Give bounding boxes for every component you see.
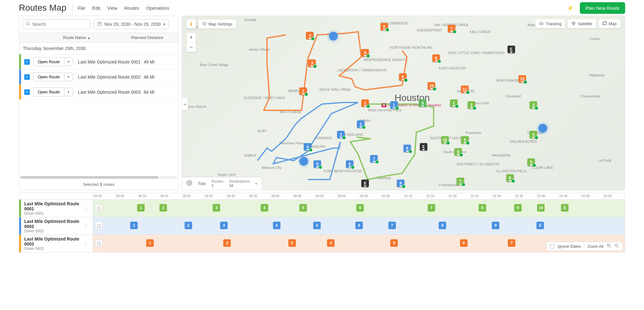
map-stop-marker[interactable]: 2 bbox=[299, 87, 307, 95]
zoom-out-button[interactable]: − bbox=[186, 42, 196, 52]
open-route-button[interactable]: Open Route bbox=[33, 72, 64, 81]
satellite-button[interactable]: Satellite bbox=[568, 19, 596, 28]
map-stop-marker[interactable]: E bbox=[361, 180, 369, 187]
map-stop-marker[interactable]: 3 bbox=[308, 59, 316, 67]
route-row[interactable]: ✓ Open Route ▾ Last Mile Optimized Route… bbox=[19, 54, 178, 69]
map-stop-marker[interactable]: 3 bbox=[337, 131, 345, 138]
home-icon[interactable] bbox=[95, 222, 103, 229]
menu-routes[interactable]: Routes bbox=[124, 5, 139, 11]
open-route-dropdown[interactable]: ▾ bbox=[64, 73, 73, 81]
map-stop-marker[interactable]: 7 bbox=[370, 155, 378, 163]
map-stop-marker[interactable]: 12 bbox=[519, 75, 526, 83]
open-route-dropdown[interactable]: ▾ bbox=[64, 58, 73, 66]
timeline-stop[interactable]: 6 bbox=[460, 239, 468, 247]
route-checkbox[interactable]: ✓ bbox=[24, 59, 30, 65]
timeline-stop[interactable]: 1 bbox=[130, 222, 138, 229]
open-route-dropdown[interactable]: ▾ bbox=[64, 88, 73, 96]
map-stop-marker[interactable]: 5 bbox=[361, 49, 369, 57]
timeline-stop[interactable]: 3 bbox=[220, 222, 228, 229]
timeline-stop[interactable]: 6 bbox=[355, 222, 363, 229]
timeline-stop[interactable]: 9 bbox=[492, 222, 499, 229]
map-view-button[interactable]: Map bbox=[599, 19, 620, 28]
timeline-track[interactable]: 12345678910E bbox=[93, 200, 625, 217]
timeline-stop[interactable]: 5 bbox=[313, 222, 321, 229]
timeline-stop[interactable]: 7 bbox=[388, 222, 396, 229]
ignore-dates-checkbox[interactable] bbox=[550, 244, 554, 248]
timeline-track[interactable]: 1234567 bbox=[93, 235, 625, 252]
map-stop-marker[interactable]: 10 bbox=[428, 82, 435, 90]
timeline-stop[interactable]: 1 bbox=[146, 239, 154, 247]
map-settings-button[interactable]: Map Settings bbox=[198, 19, 236, 29]
map-stop-marker[interactable]: 1 bbox=[361, 99, 369, 107]
zoom-all-button[interactable]: Zoom All bbox=[587, 244, 603, 249]
chevron-down-icon[interactable]: ▾ bbox=[255, 182, 257, 186]
timeline-stop[interactable]: 2 bbox=[223, 239, 231, 247]
menu-edit[interactable]: Edit bbox=[92, 5, 100, 11]
zoom-in-icon[interactable] bbox=[607, 243, 611, 249]
timeline-stop[interactable]: 3 bbox=[288, 239, 296, 247]
timeline-stop[interactable]: 5 bbox=[390, 239, 398, 247]
horizontal-scrollbar[interactable] bbox=[20, 176, 177, 179]
map-stop-marker[interactable]: 5 bbox=[314, 160, 321, 168]
lightning-icon[interactable]: ⚡ bbox=[567, 5, 574, 11]
map-stop-marker[interactable]: S bbox=[419, 99, 426, 107]
map-stop-marker[interactable]: 5 bbox=[527, 158, 535, 166]
map-stop-marker[interactable]: 7 bbox=[448, 25, 455, 32]
search-input[interactable] bbox=[32, 22, 87, 27]
map-stop-marker[interactable]: 6 bbox=[380, 23, 388, 30]
route-checkbox[interactable]: ✓ bbox=[24, 74, 30, 80]
more-options-icon[interactable]: ⋮ bbox=[82, 223, 90, 229]
map-stop-marker[interactable]: 8 bbox=[432, 54, 440, 62]
open-route-button[interactable]: Open Route bbox=[33, 87, 64, 97]
timeline-track[interactable]: 123456789E bbox=[93, 217, 625, 235]
timeline-stop[interactable]: 5 bbox=[299, 204, 307, 212]
zoom-out-icon[interactable] bbox=[614, 243, 619, 249]
timeline-stop[interactable]: 2 bbox=[159, 204, 167, 212]
map-stop-marker[interactable]: 9 bbox=[461, 136, 469, 144]
timeline-stop[interactable]: 8 bbox=[479, 204, 486, 212]
collapse-panel-button[interactable]: ◂ bbox=[182, 98, 188, 110]
menu-view[interactable]: View bbox=[107, 5, 117, 11]
gear-icon[interactable] bbox=[186, 180, 192, 187]
map-stop-marker[interactable]: 4 bbox=[306, 32, 314, 39]
timeline-stop[interactable]: 8 bbox=[439, 222, 446, 229]
map-stop-marker[interactable]: 1 bbox=[450, 99, 458, 107]
timeline-stop[interactable]: 4 bbox=[273, 222, 280, 229]
map-stop-marker[interactable]: 4 bbox=[304, 143, 311, 151]
timeline-stop[interactable]: 7 bbox=[508, 239, 515, 247]
timeline-stop[interactable]: 10 bbox=[537, 204, 545, 212]
map-stop-marker[interactable]: 9 bbox=[397, 180, 404, 187]
map-stop-marker[interactable]: E bbox=[508, 46, 515, 53]
home-icon[interactable] bbox=[95, 204, 103, 212]
timeline-stop[interactable]: 2 bbox=[185, 222, 192, 229]
timeline-stop[interactable]: 3 bbox=[213, 204, 220, 212]
open-route-button[interactable]: Open Route bbox=[33, 57, 64, 66]
map-stop-marker[interactable]: 3 bbox=[530, 101, 537, 109]
map-stop-marker[interactable]: 7 bbox=[457, 178, 464, 185]
map-stop-marker[interactable]: E bbox=[420, 143, 427, 151]
more-options-icon[interactable]: ⋮ bbox=[82, 241, 90, 246]
timeline-stop[interactable]: 1 bbox=[137, 204, 145, 212]
map-stop-marker[interactable]: 8 bbox=[506, 174, 514, 182]
menu-file[interactable]: File bbox=[78, 5, 85, 11]
map-stop-marker[interactable]: 10 bbox=[441, 136, 449, 144]
zoom-in-button[interactable]: + bbox=[186, 33, 196, 42]
plan-new-route-button[interactable]: Plan New Route bbox=[580, 2, 625, 14]
map-panel[interactable]: WILLOWBROOKIAH / AIRPORT AREAGREENSPOINT… bbox=[182, 16, 625, 190]
route-row[interactable]: ✓ Open Route ▾ Last Mile Optimized Route… bbox=[19, 85, 178, 100]
menu-operations[interactable]: Operations bbox=[146, 5, 169, 11]
column-planned-distance[interactable]: Planned Distance bbox=[131, 35, 175, 40]
timeline-stop[interactable]: 4 bbox=[261, 204, 268, 212]
map-stop-marker[interactable]: 2 bbox=[468, 101, 475, 109]
map-stop-marker[interactable]: 2 bbox=[357, 120, 364, 128]
map-stop-marker[interactable]: 8 bbox=[403, 145, 411, 152]
date-range-picker[interactable]: Nov 29, 2030 - Nov 29, 2030 ▾ bbox=[94, 19, 169, 29]
map-stop-marker[interactable]: 8 bbox=[454, 148, 462, 156]
map-stop-marker[interactable]: 1 bbox=[390, 101, 398, 109]
route-checkbox[interactable]: ✓ bbox=[24, 89, 30, 95]
map-stop-marker[interactable]: 4 bbox=[530, 131, 537, 138]
home-icon[interactable] bbox=[95, 239, 103, 247]
more-options-icon[interactable]: ⋮ bbox=[82, 205, 90, 211]
timeline-stop[interactable]: 6 bbox=[356, 204, 364, 212]
route-row[interactable]: ✓ Open Route ▾ Last Mile Optimized Route… bbox=[19, 69, 178, 85]
